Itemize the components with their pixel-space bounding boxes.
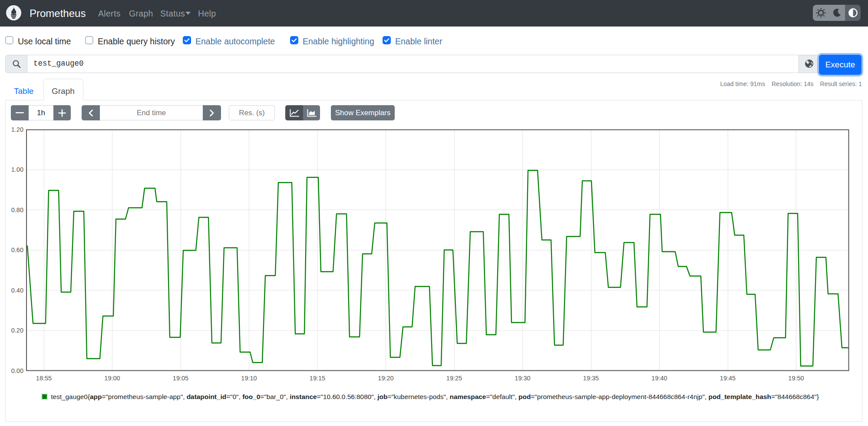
svg-text:0.20: 0.20 <box>11 327 23 334</box>
svg-text:19:05: 19:05 <box>173 375 188 382</box>
svg-text:19:10: 19:10 <box>241 375 257 382</box>
svg-text:19:40: 19:40 <box>651 375 667 382</box>
svg-text:19:15: 19:15 <box>310 375 325 382</box>
svg-text:0.80: 0.80 <box>11 206 23 213</box>
svg-text:1.20: 1.20 <box>11 126 23 133</box>
svg-text:19:20: 19:20 <box>378 375 393 382</box>
svg-text:0.40: 0.40 <box>11 287 23 294</box>
svg-text:19:25: 19:25 <box>446 375 462 382</box>
svg-text:1.00: 1.00 <box>11 166 23 173</box>
svg-text:0.60: 0.60 <box>11 246 23 253</box>
svg-text:0.00: 0.00 <box>11 367 23 374</box>
svg-text:19:30: 19:30 <box>515 375 530 382</box>
svg-text:19:45: 19:45 <box>720 375 736 382</box>
svg-text:18:55: 18:55 <box>36 375 52 382</box>
svg-text:19:00: 19:00 <box>104 375 120 382</box>
svg-text:19:50: 19:50 <box>788 375 804 382</box>
svg-text:19:35: 19:35 <box>583 375 599 382</box>
